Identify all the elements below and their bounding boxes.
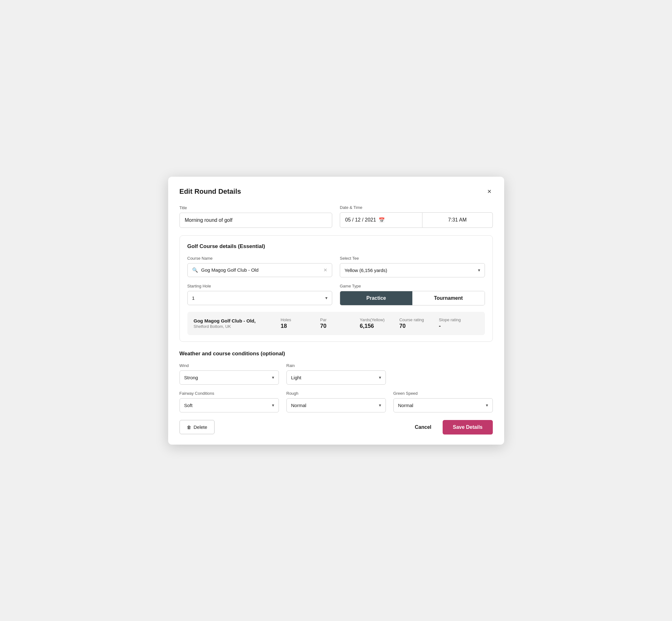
rain-value: Light (291, 375, 302, 380)
modal-footer: 🗑 Delete Cancel Save Details (179, 420, 493, 434)
cancel-button[interactable]: Cancel (410, 420, 436, 434)
save-button[interactable]: Save Details (443, 420, 493, 434)
chevron-rough-icon: ▾ (379, 403, 381, 408)
fairway-value: Soft (184, 403, 193, 408)
slope-rating-value: - (439, 323, 441, 329)
hole-gametype-row: Starting Hole 1 ▾ Game Type Practice Tou… (187, 284, 485, 305)
holes-label: Holes (281, 318, 291, 322)
course-tee-row: Course Name 🔍 ✕ Select Tee Yellow (6,156… (187, 256, 485, 277)
datetime-label: Date & Time (340, 205, 493, 210)
rough-label: Rough (287, 391, 386, 396)
wind-rain-row: Wind Strong ▾ Rain Light ▾ (179, 363, 493, 385)
game-type-toggle: Practice Tournament (340, 291, 485, 305)
par-label: Par (320, 318, 327, 322)
title-label: Title (179, 205, 333, 210)
chevron-rain-icon: ▾ (379, 375, 381, 380)
rain-group: Rain Light ▾ (287, 363, 386, 385)
green-speed-label: Green Speed (393, 391, 493, 396)
course-name-location: Gog Magog Golf Club - Old, Shelford Bott… (194, 318, 281, 329)
search-icon: 🔍 (192, 267, 198, 273)
fairway-rough-green-row: Fairway Conditions Soft ▾ Rough Normal ▾… (179, 391, 493, 412)
title-input[interactable] (179, 213, 333, 228)
select-tee-value: Yellow (6,156 yards) (344, 267, 387, 273)
edit-round-modal: Edit Round Details × Title Date & Time 0… (168, 177, 504, 445)
wind-group: Wind Strong ▾ (179, 363, 279, 385)
modal-header: Edit Round Details × (179, 187, 493, 196)
practice-button[interactable]: Practice (340, 291, 412, 305)
starting-hole-dropdown[interactable]: 1 ▾ (187, 291, 333, 305)
yards-stat: Yards(Yellow) 6,156 (360, 318, 399, 329)
top-fields-row: Title Date & Time 05 / 12 / 2021 📅 7:31 … (179, 205, 493, 228)
yards-label: Yards(Yellow) (360, 318, 385, 322)
rain-label: Rain (287, 363, 386, 368)
chevron-wind-icon: ▾ (272, 375, 274, 380)
conditions-section: Weather and course conditions (optional)… (179, 350, 493, 412)
green-speed-dropdown[interactable]: Normal ▾ (393, 398, 493, 412)
delete-label: Delete (194, 424, 207, 430)
fairway-group: Fairway Conditions Soft ▾ (179, 391, 279, 412)
course-info-location: Shelford Bottom, UK (194, 324, 281, 329)
time-input[interactable]: 7:31 AM (422, 212, 493, 228)
course-name-input[interactable] (201, 267, 321, 273)
title-field-group: Title (179, 205, 333, 228)
datetime-inputs: 05 / 12 / 2021 📅 7:31 AM (340, 212, 493, 228)
wind-dropdown[interactable]: Strong ▾ (179, 370, 279, 385)
par-stat: Par 70 (320, 318, 360, 329)
select-tee-label: Select Tee (340, 256, 485, 261)
modal-title: Edit Round Details (179, 188, 241, 196)
course-name-group: Course Name 🔍 ✕ (187, 256, 333, 277)
datetime-field-group: Date & Time 05 / 12 / 2021 📅 7:31 AM (340, 205, 493, 228)
time-value: 7:31 AM (448, 217, 467, 223)
select-tee-dropdown[interactable]: Yellow (6,156 yards) ▾ (340, 263, 485, 277)
delete-button[interactable]: 🗑 Delete (179, 420, 214, 434)
par-value: 70 (320, 323, 327, 329)
rain-dropdown[interactable]: Light ▾ (287, 370, 386, 385)
chevron-down-icon-hole: ▾ (325, 295, 328, 300)
starting-hole-label: Starting Hole (187, 284, 333, 288)
course-name-label: Course Name (187, 256, 333, 261)
fairway-dropdown[interactable]: Soft ▾ (179, 398, 279, 412)
wind-label: Wind (179, 363, 279, 368)
starting-hole-group: Starting Hole 1 ▾ (187, 284, 333, 305)
holes-value: 18 (281, 323, 287, 329)
yards-value: 6,156 (360, 323, 374, 329)
slope-rating-label: Slope rating (439, 318, 461, 322)
footer-right-buttons: Cancel Save Details (410, 420, 493, 434)
wind-value: Strong (184, 375, 198, 380)
close-button[interactable]: × (486, 187, 493, 196)
game-type-label: Game Type (340, 284, 485, 288)
course-rating-label: Course rating (400, 318, 424, 322)
fairway-label: Fairway Conditions (179, 391, 279, 396)
date-input[interactable]: 05 / 12 / 2021 📅 (340, 212, 422, 228)
golf-course-section: Golf Course details (Essential) Course N… (179, 236, 493, 342)
rough-value: Normal (291, 403, 306, 408)
holes-stat: Holes 18 (281, 318, 320, 329)
conditions-title: Weather and course conditions (optional) (179, 350, 493, 357)
chevron-green-icon: ▾ (486, 403, 488, 408)
date-value: 05 / 12 / 2021 (345, 217, 376, 223)
clear-course-icon[interactable]: ✕ (323, 267, 328, 273)
rough-dropdown[interactable]: Normal ▾ (287, 398, 386, 412)
green-speed-value: Normal (398, 403, 413, 408)
course-rating-stat: Course rating 70 (400, 318, 439, 329)
trash-icon: 🗑 (187, 425, 191, 430)
course-name-input-wrap: 🔍 ✕ (187, 263, 333, 277)
chevron-fairway-icon: ▾ (272, 403, 274, 408)
green-speed-group: Green Speed Normal ▾ (393, 391, 493, 412)
golf-section-title: Golf Course details (Essential) (187, 243, 485, 250)
course-info-name: Gog Magog Golf Club - Old, (194, 318, 281, 323)
course-rating-value: 70 (400, 323, 406, 329)
rough-group: Rough Normal ▾ (287, 391, 386, 412)
chevron-down-icon: ▾ (478, 267, 480, 273)
calendar-icon: 📅 (379, 217, 385, 223)
slope-rating-stat: Slope rating - (439, 318, 478, 329)
course-info-box: Gog Magog Golf Club - Old, Shelford Bott… (187, 312, 485, 335)
starting-hole-value: 1 (192, 295, 195, 301)
game-type-group: Game Type Practice Tournament (340, 284, 485, 305)
tournament-button[interactable]: Tournament (412, 291, 485, 305)
select-tee-group: Select Tee Yellow (6,156 yards) ▾ (340, 256, 485, 277)
